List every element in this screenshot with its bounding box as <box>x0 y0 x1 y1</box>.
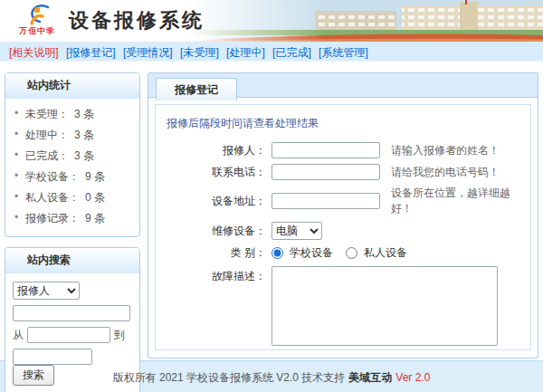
main-nav: [相关说明] [报修登记] [受理情况] [未受理] [处理中] [已完成] [… <box>0 42 543 62</box>
nav-link-repair-register[interactable]: [报修登记] <box>66 46 116 59</box>
search-button[interactable]: 搜索 <box>13 365 54 386</box>
device-label: 维修设备： <box>165 224 272 239</box>
to-label: 到 <box>114 329 125 341</box>
stat-value: 3 条 <box>74 129 94 141</box>
stat-value: 0 条 <box>85 191 105 204</box>
stat-item-unaccepted: 未受理：3 条 <box>14 104 136 125</box>
phone-row: 联系电话： 请给我您的电话号码！ <box>165 164 521 180</box>
phone-hint: 请给我您的电话号码！ <box>391 165 500 180</box>
reporter-label: 报修人： <box>165 143 272 158</box>
nav-link-unaccepted[interactable]: [未受理] <box>180 46 219 59</box>
stat-value: 9 条 <box>85 212 105 225</box>
device-row: 维修设备： 电脑 <box>165 222 521 240</box>
search-from-input[interactable] <box>27 327 110 343</box>
search-keyword-input[interactable] <box>13 305 130 321</box>
reporter-row: 报修人： 请输入报修者的姓名！ <box>165 142 521 158</box>
device-select[interactable]: 电脑 <box>272 222 322 240</box>
search-field-select[interactable]: 报修人 <box>13 282 80 300</box>
nav-link-instructions[interactable]: [相关说明] <box>9 46 59 59</box>
category-radio-private[interactable] <box>346 247 357 259</box>
address-label: 设备地址： <box>165 194 272 209</box>
reporter-input[interactable] <box>272 142 380 158</box>
stats-list: 未受理：3 条 处理中：3 条 已完成：3 条 学校设备：9 条 私人设备：0 … <box>5 104 139 229</box>
content-area: 站内统计 未受理：3 条 处理中：3 条 已完成：3 条 学校设备：9 条 私人… <box>0 62 543 360</box>
logo: 万佰中学 <box>11 3 63 37</box>
phone-input[interactable] <box>272 164 380 180</box>
stat-value: 3 条 <box>74 108 94 120</box>
fault-description-textarea[interactable] <box>272 266 498 346</box>
description-row: 故障描述： <box>165 266 521 346</box>
category-option-private-label: 私人设备 <box>364 245 407 261</box>
main-panel: 报修登记 报修后隔段时间请查看处理结果 报修人： 请输入报修者的姓名！ 联系电话… <box>148 72 538 359</box>
school-logo-icon <box>22 3 52 26</box>
result-notice: 报修后隔段时间请查看处理结果 <box>167 116 521 131</box>
category-radio-school[interactable] <box>272 247 283 259</box>
address-hint: 设备所在位置，越详细越好！ <box>391 186 521 216</box>
stat-value: 3 条 <box>74 149 94 162</box>
nav-link-completed[interactable]: [已完成] <box>272 46 311 59</box>
phone-label: 联系电话： <box>165 165 272 180</box>
copyright-text: 版权所有 2021 学校设备报修系统 V2.0 技术支持 <box>113 371 346 384</box>
nav-link-acceptance-status[interactable]: [受理情况] <box>123 46 173 59</box>
brand-name: 美域互动 <box>348 371 392 384</box>
school-photo-banner <box>188 0 543 42</box>
stats-box: 站内统计 未受理：3 条 处理中：3 条 已完成：3 条 学校设备：9 条 私人… <box>5 72 140 237</box>
page-title: 设备报修系统 <box>69 7 205 34</box>
stat-item-completed: 已完成：3 条 <box>14 146 136 167</box>
search-to-input[interactable] <box>13 349 92 365</box>
description-label: 故障描述： <box>165 266 272 284</box>
school-name: 万佰中学 <box>11 25 63 37</box>
stat-item-in-progress: 处理中：3 条 <box>14 125 136 146</box>
category-label: 类 别： <box>165 245 272 261</box>
category-option-school-label: 学校设备 <box>290 245 333 261</box>
nav-link-system-admin[interactable]: [系统管理] <box>319 46 368 59</box>
reporter-hint: 请输入报修者的姓名！ <box>391 143 500 158</box>
search-title: 站内搜索 <box>5 248 139 273</box>
address-input[interactable] <box>272 193 380 209</box>
version-label: Ver 2.0 <box>395 371 430 384</box>
stat-value: 9 条 <box>85 170 105 183</box>
category-options: 学校设备 私人设备 <box>272 245 407 261</box>
tab-strip: 报修登记 <box>148 73 538 98</box>
sidebar: 站内统计 未受理：3 条 处理中：3 条 已完成：3 条 学校设备：9 条 私人… <box>5 72 140 392</box>
nav-link-in-progress[interactable]: [处理中] <box>226 46 265 59</box>
address-row: 设备地址： 设备所在位置，越详细越好！ <box>165 186 521 216</box>
stat-item-school-devices: 学校设备：9 条 <box>14 167 136 187</box>
category-row: 类 别： 学校设备 私人设备 <box>165 245 521 261</box>
repair-form-container: 报修后隔段时间请查看处理结果 报修人： 请输入报修者的姓名！ 联系电话： 请给我… <box>155 104 531 350</box>
header: 万佰中学 设备报修系统 <box>0 0 543 42</box>
tab-repair-register[interactable]: 报修登记 <box>156 78 237 100</box>
stat-item-repair-records: 报修记录：9 条 <box>14 208 136 229</box>
stat-item-private-devices: 私人设备：0 条 <box>14 187 136 208</box>
stats-title: 站内统计 <box>5 73 139 99</box>
from-label: 从 <box>13 329 24 341</box>
